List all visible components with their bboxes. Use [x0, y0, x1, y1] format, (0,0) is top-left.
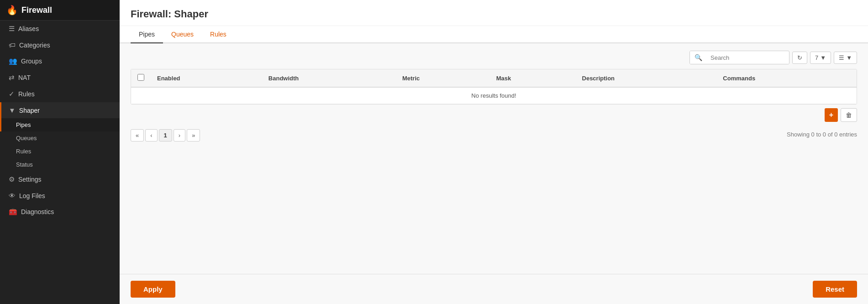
diagnostics-icon: 🧰 [9, 208, 17, 216]
sidebar-item-settings-label: Settings [18, 176, 42, 183]
count-label: 7 [815, 54, 818, 61]
chevron-down-icon: ▼ [820, 54, 826, 61]
sidebar-sub-status-label: Status [16, 161, 33, 168]
refresh-icon: ↻ [797, 54, 802, 61]
bottom-bar: Apply Reset [120, 274, 868, 304]
count-dropdown-button[interactable]: 7 ▼ [810, 52, 831, 64]
col-metric: Metric [396, 69, 490, 87]
delete-button[interactable]: 🗑 [841, 108, 857, 122]
prev-page-button[interactable]: ‹ [145, 129, 157, 142]
toolbar: 🔍 ↻ 7 ▼ ☰ ▼ [131, 51, 857, 64]
sidebar-item-categories-label: Categories [19, 42, 50, 49]
sidebar-item-categories[interactable]: 🏷 Categories [0, 37, 120, 53]
refresh-button[interactable]: ↻ [792, 52, 807, 64]
columns-chevron-icon: ▼ [846, 54, 852, 61]
pagination: « ‹ 1 › » [131, 129, 200, 142]
columns-dropdown-button[interactable]: ☰ ▼ [834, 52, 857, 64]
no-results-cell: No results found! [131, 87, 857, 104]
sidebar-title: Firewall [21, 5, 52, 15]
shaper-icon: ▼ [9, 106, 16, 114]
tab-rules[interactable]: Rules [202, 26, 235, 43]
entries-info: Showing 0 to 0 of 0 entries [787, 131, 857, 138]
sidebar-item-aliases-label: Aliases [18, 25, 39, 32]
sidebar-item-shaper-label: Shaper [19, 107, 40, 114]
first-page-button[interactable]: « [131, 129, 144, 142]
sidebar-item-nat-label: NAT [18, 74, 31, 81]
tab-pipes[interactable]: Pipes [131, 26, 163, 43]
main-content: Firewall: Shaper Pipes Queues Rules 🔍 ↻ … [120, 0, 868, 304]
sidebar-item-rules[interactable]: ✓ Rules [0, 86, 120, 102]
sidebar-item-rules-label: Rules [18, 90, 35, 98]
table-header: Enabled Bandwidth Metric Mask Descriptio… [131, 69, 857, 87]
delete-icon: 🗑 [846, 111, 852, 119]
col-commands: Commands [716, 69, 857, 87]
search-icon-button[interactable]: 🔍 [690, 51, 707, 64]
no-results-row: No results found! [131, 87, 857, 104]
aliases-icon: ☰ [9, 25, 15, 33]
sidebar-sub-item-queues[interactable]: Queues [0, 131, 120, 145]
log-files-icon: 👁 [9, 192, 16, 199]
sidebar-header: 🔥 Firewall [0, 0, 120, 21]
sidebar-sub-rules-label: Rules [16, 148, 31, 155]
search-wrapper: 🔍 [689, 51, 789, 64]
sidebar-item-settings[interactable]: ⚙ Settings [0, 171, 120, 188]
tab-bar: Pipes Queues Rules [120, 26, 868, 43]
table-body: No results found! [131, 87, 857, 104]
sidebar-item-shaper[interactable]: ▼ Shaper [0, 102, 120, 118]
categories-icon: 🏷 [9, 41, 16, 49]
add-button[interactable]: + [825, 108, 838, 122]
col-mask: Mask [490, 69, 576, 87]
sidebar-item-aliases[interactable]: ☰ Aliases [0, 21, 120, 37]
col-enabled: Enabled [151, 69, 262, 87]
sidebar-sub-item-pipes[interactable]: Pipes [0, 118, 120, 131]
sidebar-sub-item-rules[interactable]: Rules [0, 145, 120, 158]
col-description: Description [576, 69, 717, 87]
sidebar: 🔥 Firewall ☰ Aliases 🏷 Categories 👥 Grou… [0, 0, 120, 304]
rules-icon: ✓ [9, 90, 15, 98]
apply-button[interactable]: Apply [131, 281, 175, 298]
sidebar-sub-queues-label: Queues [16, 135, 37, 142]
sidebar-item-log-files[interactable]: 👁 Log Files [0, 188, 120, 204]
current-page-button[interactable]: 1 [159, 129, 172, 142]
sidebar-item-diagnostics-label: Diagnostics [21, 208, 54, 215]
select-all-checkbox[interactable] [137, 74, 144, 81]
sidebar-sub-pipes-label: Pipes [16, 121, 31, 128]
settings-icon: ⚙ [9, 175, 15, 183]
next-page-button[interactable]: › [174, 129, 185, 142]
sidebar-item-nat[interactable]: ⇄ NAT [0, 69, 120, 86]
sidebar-item-groups[interactable]: 👥 Groups [0, 53, 120, 69]
content-area: 🔍 ↻ 7 ▼ ☰ ▼ [120, 43, 868, 274]
groups-icon: 👥 [9, 57, 17, 65]
last-page-button[interactable]: » [187, 129, 200, 142]
sidebar-item-log-files-label: Log Files [19, 192, 45, 199]
col-bandwidth: Bandwidth [262, 69, 396, 87]
nat-icon: ⇄ [9, 73, 15, 82]
data-table-container: Enabled Bandwidth Metric Mask Descriptio… [131, 69, 857, 105]
fire-icon: 🔥 [6, 5, 18, 16]
columns-icon: ☰ [839, 54, 844, 61]
sidebar-item-diagnostics[interactable]: 🧰 Diagnostics [0, 204, 120, 220]
sidebar-sub-item-status[interactable]: Status [0, 158, 120, 171]
action-row: + 🗑 [131, 108, 857, 122]
reset-button[interactable]: Reset [813, 281, 857, 298]
page-title: Firewall: Shaper [120, 0, 868, 26]
search-input[interactable] [707, 52, 789, 64]
data-table: Enabled Bandwidth Metric Mask Descriptio… [131, 69, 857, 104]
sidebar-item-groups-label: Groups [21, 58, 42, 65]
select-all-header[interactable] [131, 69, 151, 87]
tab-queues[interactable]: Queues [163, 26, 202, 43]
